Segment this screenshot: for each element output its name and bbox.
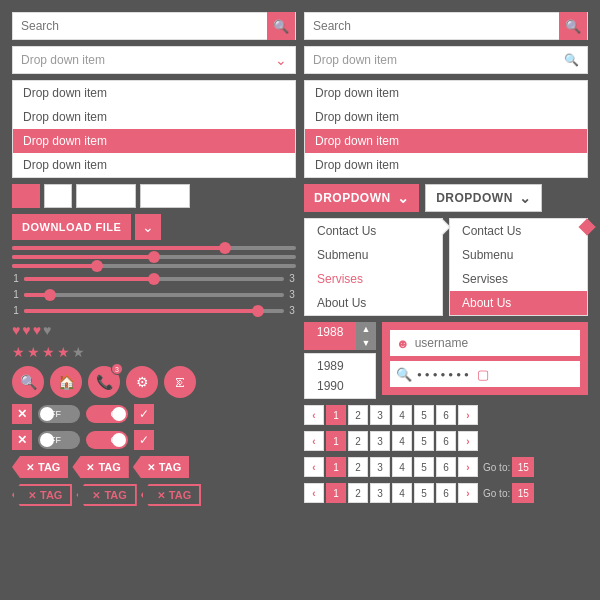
next-page-btn[interactable]: › — [458, 405, 478, 425]
nav-dropdown-outline[interactable]: DROPDOWN ⌄ — [425, 184, 542, 212]
page-btn-4-1[interactable]: 1 — [326, 483, 346, 503]
year-down-button[interactable]: ▼ — [356, 336, 376, 350]
star-5[interactable]: ★ — [72, 344, 85, 360]
tag-outline-2[interactable]: ✕ TAG — [76, 484, 136, 506]
download-arrow-button[interactable]: ⌄ — [135, 214, 161, 240]
check-button-2[interactable]: ✓ — [134, 430, 154, 450]
toggle-on-2[interactable]: ON — [86, 431, 128, 449]
nav-dropdown-pink[interactable]: DROPDOWN ⌄ — [304, 184, 419, 212]
next-page-btn-2[interactable]: › — [458, 431, 478, 451]
nav-item-contact-2[interactable]: Contact Us — [450, 219, 587, 243]
nav-item-submenu[interactable]: Submenu — [305, 243, 442, 267]
page-btn-5[interactable]: 5 — [414, 405, 434, 425]
next-page-btn-3[interactable]: › — [458, 457, 478, 477]
goto-input-3[interactable] — [512, 457, 534, 477]
stepped-track-3[interactable] — [24, 309, 284, 313]
stepped-track-2[interactable] — [24, 293, 284, 297]
username-field[interactable]: ☻ — [390, 330, 580, 356]
year-display-row[interactable]: 1988 ▲ ▼ — [304, 322, 376, 350]
page-btn-2-5[interactable]: 5 — [414, 431, 434, 451]
next-page-btn-4[interactable]: › — [458, 483, 478, 503]
left-search-input[interactable] — [13, 19, 267, 33]
tag-2[interactable]: ✕ TAG — [72, 456, 128, 478]
tag-close-icon[interactable]: ✕ — [147, 462, 155, 473]
page-btn-4-6[interactable]: 6 — [436, 483, 456, 503]
page-btn-2[interactable]: 2 — [348, 405, 368, 425]
tag-outline-3[interactable]: ✕ TAG — [141, 484, 201, 506]
page-btn-4-4[interactable]: 4 — [392, 483, 412, 503]
right-search-button[interactable]: 🔍 — [559, 12, 587, 40]
close-button-1[interactable]: ✕ — [12, 404, 32, 424]
tag-close-icon[interactable]: ✕ — [86, 462, 94, 473]
list-item[interactable]: Drop down item — [305, 105, 587, 129]
page-btn-6[interactable]: 6 — [436, 405, 456, 425]
nav-item-services[interactable]: Servises — [305, 267, 442, 291]
page-btn-3-4[interactable]: 4 — [392, 457, 412, 477]
white-button-1[interactable] — [44, 184, 72, 208]
slider-track-1[interactable] — [12, 246, 296, 250]
page-btn-2-1[interactable]: 1 — [326, 431, 346, 451]
page-btn-4-3[interactable]: 3 — [370, 483, 390, 503]
heart-rating[interactable]: ♥ ♥ ♥ ♥ — [12, 322, 296, 338]
prev-page-btn-2[interactable]: ‹ — [304, 431, 324, 451]
right-search-bar[interactable]: 🔍 — [304, 12, 588, 40]
check-button[interactable]: ✓ — [134, 404, 154, 424]
username-input[interactable] — [415, 336, 574, 350]
page-btn-1[interactable]: 1 — [326, 405, 346, 425]
prev-page-btn[interactable]: ‹ — [304, 405, 324, 425]
page-btn-2-4[interactable]: 4 — [392, 431, 412, 451]
wide-button[interactable] — [76, 184, 136, 208]
page-btn-3-5[interactable]: 5 — [414, 457, 434, 477]
heart-3[interactable]: ♥ — [33, 322, 41, 338]
prev-page-btn-3[interactable]: ‹ — [304, 457, 324, 477]
page-btn-2-6[interactable]: 6 — [436, 431, 456, 451]
tag-3[interactable]: ✕ TAG — [133, 456, 189, 478]
year-item-1990[interactable]: 1990 — [305, 376, 375, 396]
list-item[interactable]: Drop down item — [13, 81, 295, 105]
slider-track-2[interactable] — [12, 255, 296, 259]
year-up-button[interactable]: ▲ — [356, 322, 376, 336]
search-icon-btn[interactable]: 🔍 — [12, 366, 44, 398]
settings-icon-btn[interactable]: ⚙ — [126, 366, 158, 398]
left-dropdown-select[interactable]: Drop down item ⌄ — [12, 46, 296, 74]
page-btn-3-2[interactable]: 2 — [348, 457, 368, 477]
right-dropdown-select[interactable]: Drop down item 🔍 — [304, 46, 588, 74]
goto-input-4[interactable] — [512, 483, 534, 503]
page-btn-4-2[interactable]: 2 — [348, 483, 368, 503]
list-item-active[interactable]: Drop down item — [305, 129, 587, 153]
slider-track-3[interactable] — [12, 264, 296, 268]
password-field[interactable]: 🔍 ●●●●●●● ▢ — [390, 361, 580, 387]
page-btn-4-5[interactable]: 5 — [414, 483, 434, 503]
list-item-active[interactable]: Drop down item — [13, 129, 295, 153]
year-display[interactable]: 1988 — [304, 322, 356, 350]
nav-item-contact[interactable]: Contact Us — [305, 219, 442, 243]
tag-outline-1[interactable]: ✕ TAG — [12, 484, 72, 506]
list-item[interactable]: Drop down item — [305, 153, 587, 177]
tag-close-icon[interactable]: ✕ — [28, 490, 36, 501]
page-btn-3-3[interactable]: 3 — [370, 457, 390, 477]
nav-item-about-2[interactable]: About Us — [450, 291, 587, 315]
star-4[interactable]: ★ — [57, 344, 70, 360]
left-search-button[interactable]: 🔍 — [267, 12, 295, 40]
page-btn-3[interactable]: 3 — [370, 405, 390, 425]
heart-2[interactable]: ♥ — [22, 322, 30, 338]
list-item[interactable]: Drop down item — [13, 153, 295, 177]
list-item[interactable]: Drop down item — [13, 105, 295, 129]
tag-1[interactable]: ✕ TAG — [12, 456, 68, 478]
left-search-bar[interactable]: 🔍 — [12, 12, 296, 40]
page-btn-3-1[interactable]: 1 — [326, 457, 346, 477]
year-item-1989[interactable]: 1989 — [305, 356, 375, 376]
page-btn-3-6[interactable]: 6 — [436, 457, 456, 477]
tag-close-icon[interactable]: ✕ — [157, 490, 165, 501]
star-2[interactable]: ★ — [27, 344, 40, 360]
star-1[interactable]: ★ — [12, 344, 25, 360]
page-btn-4[interactable]: 4 — [392, 405, 412, 425]
nav-item-submenu-2[interactable]: Submenu — [450, 243, 587, 267]
toggle-off[interactable]: OFF — [38, 405, 80, 423]
pink-button-1[interactable] — [12, 184, 40, 208]
star-3[interactable]: ★ — [42, 344, 55, 360]
close-button-2[interactable]: ✕ — [12, 430, 32, 450]
prev-page-btn-4[interactable]: ‹ — [304, 483, 324, 503]
page-btn-2-3[interactable]: 3 — [370, 431, 390, 451]
home-icon-btn[interactable]: 🏠 — [50, 366, 82, 398]
